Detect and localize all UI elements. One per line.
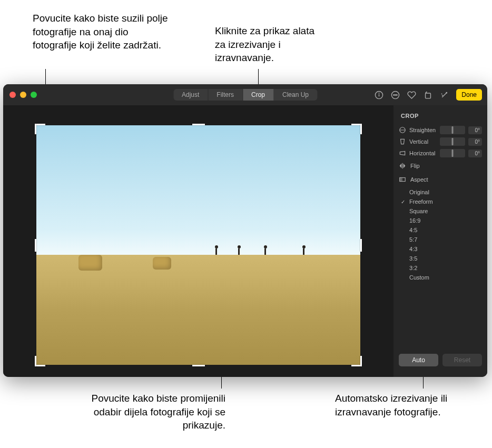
- aspect-option-5-7[interactable]: 5:7: [393, 235, 487, 244]
- vertical-label: Vertical: [409, 138, 437, 145]
- info-icon[interactable]: [375, 91, 383, 99]
- sidebar-title: CROP: [393, 111, 487, 124]
- tab-crop[interactable]: Crop: [243, 89, 274, 101]
- vertical-perspective-icon: [399, 138, 406, 145]
- window-controls: [3, 92, 37, 98]
- crop-handle-left[interactable]: [35, 239, 36, 252]
- horizontal-perspective-icon: [399, 150, 406, 157]
- favorite-icon[interactable]: [407, 91, 416, 99]
- aspect-header[interactable]: Aspect: [393, 173, 487, 186]
- callout-bottom-left: Povucite kako biste promijenili odabir d…: [78, 392, 225, 432]
- photo-content: [302, 247, 306, 257]
- titlebar: Adjust Filters Crop Clean Up Done: [3, 84, 487, 105]
- app-window: Adjust Filters Crop Clean Up Done: [3, 84, 487, 377]
- vertical-slider[interactable]: [440, 137, 465, 146]
- horizontal-value: 0°: [468, 150, 482, 157]
- editor-mode-tabs: Adjust Filters Crop Clean Up: [173, 89, 317, 101]
- aspect-option-custom[interactable]: Custom: [393, 273, 487, 282]
- vertical-value: 0°: [468, 138, 482, 146]
- crop-frame[interactable]: [36, 125, 360, 365]
- aspect-icon: [399, 176, 406, 183]
- straighten-slider-row: Straighten 0°: [393, 124, 487, 136]
- aspect-option-3-5[interactable]: 3:5: [393, 254, 487, 263]
- sidebar-footer: Auto Reset: [393, 349, 487, 372]
- horizontal-slider[interactable]: [440, 149, 465, 157]
- photo-content: [237, 247, 241, 257]
- rotate-icon[interactable]: [424, 91, 432, 99]
- editor-content: CROP Straighten 0° Vertical 0° Horizonta…: [3, 105, 487, 377]
- svg-rect-7: [426, 93, 431, 98]
- callout-top-left: Povucite kako biste suzili polje fotogra…: [33, 12, 170, 52]
- photo-content: [78, 255, 102, 271]
- crop-handle-top-right[interactable]: [351, 124, 362, 134]
- aspect-option-3-2[interactable]: 3:2: [393, 263, 487, 273]
- photo-preview[interactable]: [36, 125, 360, 365]
- auto-button[interactable]: Auto: [399, 354, 438, 366]
- done-button[interactable]: Done: [456, 89, 482, 101]
- aspect-list: Original Freeform Square 16:9 4:5 5:7 4:…: [393, 186, 487, 283]
- aspect-option-square[interactable]: Square: [393, 206, 487, 216]
- flip-button[interactable]: Flip: [393, 159, 487, 173]
- straighten-slider[interactable]: [440, 126, 465, 134]
- aspect-label: Aspect: [410, 176, 428, 183]
- straighten-label: Straighten: [409, 127, 437, 133]
- straighten-value: 0°: [468, 126, 482, 134]
- crop-handle-bottom-right[interactable]: [351, 356, 362, 366]
- svg-point-2: [379, 93, 379, 93]
- tab-adjust[interactable]: Adjust: [173, 89, 208, 101]
- minimize-window-button[interactable]: [20, 92, 26, 98]
- aspect-option-16-9[interactable]: 16:9: [393, 216, 487, 225]
- tab-filters[interactable]: Filters: [208, 89, 243, 101]
- more-icon[interactable]: [391, 91, 400, 99]
- crop-sidebar: CROP Straighten 0° Vertical 0° Horizonta…: [393, 105, 487, 377]
- photo-content: [153, 257, 171, 270]
- canvas-area: [3, 105, 393, 377]
- aspect-option-4-3[interactable]: 4:3: [393, 244, 487, 254]
- straighten-icon: [399, 126, 406, 134]
- flip-icon: [399, 162, 406, 170]
- aspect-option-freeform[interactable]: Freeform: [393, 197, 487, 206]
- crop-handle-bottom[interactable]: [192, 365, 205, 366]
- horizontal-label: Horizontal: [409, 150, 437, 156]
- toolbar-right: Done: [375, 89, 482, 101]
- flip-label: Flip: [410, 163, 420, 169]
- photo-content: [214, 247, 219, 257]
- crop-handle-top-left[interactable]: [35, 124, 45, 134]
- svg-point-4: [393, 94, 394, 95]
- crop-handle-right[interactable]: [360, 239, 362, 252]
- enhance-icon[interactable]: [440, 91, 449, 99]
- vertical-slider-row: Vertical 0°: [393, 136, 487, 147]
- maximize-window-button[interactable]: [31, 92, 37, 98]
- close-window-button[interactable]: [9, 92, 16, 98]
- crop-handle-bottom-left[interactable]: [35, 356, 45, 366]
- svg-rect-12: [400, 178, 402, 182]
- tab-cleanup[interactable]: Clean Up: [274, 89, 317, 101]
- reset-button[interactable]: Reset: [442, 354, 482, 366]
- aspect-option-4-5[interactable]: 4:5: [393, 225, 487, 235]
- svg-point-6: [397, 94, 397, 95]
- svg-point-8: [446, 92, 447, 93]
- aspect-option-original[interactable]: Original: [393, 187, 487, 197]
- crop-handle-top[interactable]: [192, 124, 205, 125]
- svg-point-5: [395, 94, 396, 95]
- callout-top-right: Kliknite za prikaz alata za izrezivanje …: [215, 24, 326, 65]
- photo-content: [263, 247, 268, 257]
- callout-bottom-right: Automatsko izrezivanje ili izravnavanje …: [335, 392, 472, 419]
- horizontal-slider-row: Horizontal 0°: [393, 147, 487, 159]
